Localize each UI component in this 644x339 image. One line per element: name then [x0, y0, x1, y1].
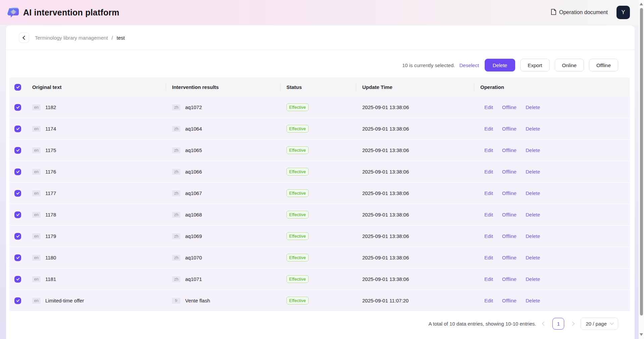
source-text: 1180: [45, 255, 56, 260]
update-time: 2025-09-01 13:38:06: [356, 183, 474, 204]
page-title: AI intervention platform: [23, 8, 119, 17]
delete-link[interactable]: Delete: [526, 126, 540, 132]
target-lang-tag: zh: [172, 147, 180, 153]
row-checkbox[interactable]: [14, 104, 21, 111]
row-checkbox[interactable]: [14, 211, 21, 218]
source-lang-tag: en: [32, 169, 41, 175]
delete-link[interactable]: Delete: [526, 255, 540, 260]
row-checkbox[interactable]: [14, 190, 21, 197]
edit-link[interactable]: Edit: [484, 298, 493, 303]
table-row: en 1178 zh aq1068 Effective 2025-09-01 1…: [9, 204, 630, 226]
update-time: 2025-09-01 13:38:06: [356, 118, 474, 139]
chevron-down-icon: [610, 321, 613, 325]
breadcrumb-parent[interactable]: Terminology library management: [35, 35, 108, 41]
edit-link[interactable]: Edit: [484, 190, 493, 196]
row-checkbox[interactable]: [14, 168, 21, 175]
status-badge: Effective: [286, 103, 309, 111]
offline-link[interactable]: Offline: [502, 255, 517, 260]
column-header-update-time: Update Time: [356, 78, 474, 97]
target-lang-tag: zh: [172, 276, 180, 282]
table-row: en 1177 zh aq1067 Effective 2025-09-01 1…: [9, 183, 630, 204]
column-header-status: Status: [280, 78, 356, 97]
brand: AI intervention platform: [7, 7, 119, 18]
target-lang-tag: fr: [172, 298, 180, 304]
scroll-up-icon[interactable]: [640, 3, 643, 5]
page-number-button[interactable]: 1: [552, 318, 564, 330]
row-checkbox[interactable]: [14, 126, 21, 132]
table-row: en 1180 zh aq1070 Effective 2025-09-01 1…: [9, 247, 630, 269]
target-text: aq1068: [185, 212, 202, 217]
row-checkbox[interactable]: [14, 276, 21, 283]
delete-link[interactable]: Delete: [526, 212, 540, 217]
app-logo-icon: [7, 7, 19, 18]
edit-link[interactable]: Edit: [484, 169, 493, 175]
source-lang-tag: en: [32, 298, 41, 304]
row-checkbox[interactable]: [14, 297, 21, 304]
edit-link[interactable]: Edit: [484, 104, 493, 110]
edit-link[interactable]: Edit: [484, 255, 493, 260]
next-page-icon[interactable]: [571, 322, 575, 326]
previous-page-icon[interactable]: [542, 322, 547, 326]
offline-button[interactable]: Offline: [589, 59, 618, 71]
edit-link[interactable]: Edit: [484, 276, 493, 282]
app-header: AI intervention platform Operation docum…: [0, 0, 639, 25]
chevron-left-icon: [22, 36, 27, 40]
delete-link[interactable]: Delete: [526, 169, 540, 175]
delete-link[interactable]: Delete: [526, 276, 540, 282]
target-lang-tag: zh: [172, 190, 180, 196]
update-time: 2025-09-01 13:38:06: [356, 247, 474, 268]
row-checkbox[interactable]: [14, 233, 21, 240]
toolbar: 10 is currently selected. Deselect Delet…: [6, 59, 635, 71]
source-text: 1176: [45, 169, 56, 175]
table-row: en 1181 zh aq1071 Effective 2025-09-01 1…: [9, 269, 630, 290]
scrollbar-thumb[interactable]: [640, 8, 643, 316]
source-lang-tag: en: [32, 255, 41, 261]
operation-document-link[interactable]: Operation document: [551, 9, 608, 16]
offline-link[interactable]: Offline: [502, 298, 517, 303]
source-lang-tag: en: [32, 126, 41, 132]
page-size-select[interactable]: 20 / page: [581, 318, 618, 330]
offline-link[interactable]: Offline: [502, 190, 517, 196]
target-text: aq1066: [185, 169, 202, 175]
scroll-down-icon[interactable]: [640, 333, 643, 336]
edit-link[interactable]: Edit: [484, 212, 493, 217]
delete-link[interactable]: Delete: [526, 298, 540, 303]
deselect-link[interactable]: Deselect: [459, 62, 479, 68]
online-button[interactable]: Online: [555, 59, 584, 71]
edit-link[interactable]: Edit: [484, 233, 493, 239]
source-lang-tag: en: [32, 104, 41, 110]
delete-button[interactable]: Delete: [485, 59, 515, 71]
source-text: 1179: [45, 233, 56, 239]
back-button[interactable]: [19, 33, 29, 43]
selection-count: 10 is currently selected.: [402, 62, 455, 68]
scrollbar[interactable]: [639, 0, 644, 339]
offline-link[interactable]: Offline: [502, 212, 517, 217]
delete-link[interactable]: Delete: [526, 190, 540, 196]
source-text: Limited-time offer: [45, 298, 84, 303]
row-checkbox[interactable]: [14, 147, 21, 154]
offline-link[interactable]: Offline: [502, 233, 517, 239]
edit-link[interactable]: Edit: [484, 126, 493, 132]
status-badge: Effective: [286, 211, 309, 219]
edit-link[interactable]: Edit: [484, 147, 493, 153]
source-text: 1178: [45, 212, 56, 217]
row-checkbox[interactable]: [14, 254, 21, 261]
delete-link[interactable]: Delete: [526, 147, 540, 153]
delete-link[interactable]: Delete: [526, 104, 540, 110]
offline-link[interactable]: Offline: [502, 169, 517, 175]
offline-link[interactable]: Offline: [502, 104, 517, 110]
status-badge: Effective: [286, 254, 309, 261]
status-badge: Effective: [286, 168, 309, 176]
select-all-checkbox[interactable]: [14, 84, 21, 91]
offline-link[interactable]: Offline: [502, 126, 517, 132]
avatar[interactable]: Y: [616, 6, 630, 19]
table-row: en 1176 zh aq1066 Effective 2025-09-01 1…: [9, 161, 630, 183]
offline-link[interactable]: Offline: [502, 276, 517, 282]
delete-link[interactable]: Delete: [526, 233, 540, 239]
table-row: en 1175 zh aq1065 Effective 2025-09-01 1…: [9, 140, 630, 161]
target-lang-tag: zh: [172, 212, 180, 218]
table-row: en Limited-time offer fr Vente flash Eff…: [9, 290, 630, 311]
offline-link[interactable]: Offline: [502, 147, 517, 153]
column-header-intervention-results: Intervention results: [166, 78, 280, 97]
export-button[interactable]: Export: [520, 59, 549, 71]
